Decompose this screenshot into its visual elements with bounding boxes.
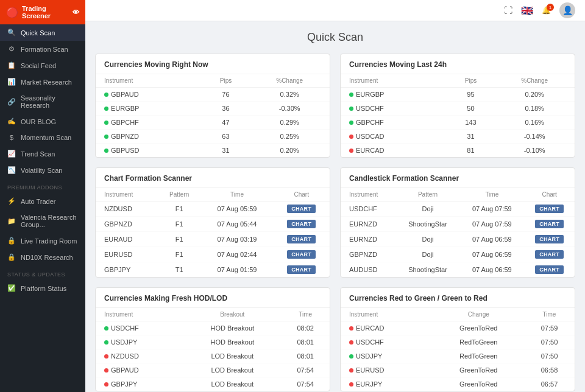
sidebar-item-live-trading[interactable]: 🔒 Live Trading Room: [0, 233, 85, 249]
sidebar-item-trend[interactable]: 📈 Trend Scan: [0, 145, 85, 162]
status-dot: [349, 135, 353, 139]
cell-breakout: LOD Breakout: [183, 363, 281, 377]
sidebar-item-market-research[interactable]: 📊 Market Research: [0, 74, 85, 90]
flag-icon[interactable]: 🇬🇧: [521, 5, 533, 16]
cell-time: 07 Aug 02:44: [201, 247, 274, 262]
cell-time: 07:50: [524, 335, 575, 349]
fullscreen-icon[interactable]: ⛶: [504, 5, 512, 15]
cell-instrument: GBPNZD: [96, 217, 158, 232]
chart-button[interactable]: CHART: [535, 205, 564, 213]
table-hod-lod: Instrument Breakout Time USDCHF HOD Brea…: [96, 308, 330, 391]
chart-button[interactable]: CHART: [287, 205, 316, 213]
cell-instrument: GBPUSD: [96, 144, 202, 158]
cell-instrument: EURNZD: [341, 232, 396, 247]
sidebar-item-valencia[interactable]: 📁 Valencia Research Group...: [0, 209, 85, 233]
sidebar-item-formation-scan[interactable]: ⚙ Formation Scan: [0, 41, 85, 57]
chart-button[interactable]: CHART: [287, 220, 316, 228]
notification-bell[interactable]: 🔔 1: [542, 6, 551, 15]
cell-time: 07 Aug 01:59: [201, 262, 274, 278]
sidebar-item-social-feed[interactable]: 📋 Social Feed: [0, 57, 85, 74]
cell-time: 07:50: [524, 349, 575, 363]
sidebar-item-nd10x[interactable]: 🔒 ND10X Research: [0, 249, 85, 265]
cell-pips: 81: [447, 144, 495, 158]
sidebar-label: Momentum Scan: [21, 134, 71, 141]
table-row: GBPCHF 143 0.16%: [341, 116, 575, 130]
chart-button[interactable]: CHART: [535, 220, 564, 228]
cell-pct: 0.20%: [494, 88, 575, 102]
table-row: GBPNZD 63 0.25%: [96, 130, 330, 144]
user-avatar[interactable]: 👤: [559, 2, 575, 18]
cell-instrument: GBPNZD: [96, 130, 202, 144]
cell-chart: CHART: [524, 247, 575, 262]
cell-change: GreenToRed: [433, 377, 524, 391]
cell-breakout: HOD Breakout: [183, 321, 281, 335]
sidebar-item-quick-scan[interactable]: 🔍 Quick Scan: [0, 24, 85, 41]
table-row: EURCAD GreenToRed 07:59: [341, 321, 575, 335]
chart-button[interactable]: CHART: [287, 250, 316, 259]
status-dot: [349, 93, 353, 97]
chart-button[interactable]: CHART: [535, 265, 564, 274]
cell-instrument: AUDUSD: [341, 262, 396, 278]
nd10x-icon: 🔒: [7, 253, 16, 261]
cell-pattern: Doji: [396, 232, 459, 247]
cell-pattern: F1: [158, 232, 201, 247]
cell-pips: 95: [447, 88, 495, 102]
eye-icon: 👁: [73, 9, 79, 16]
cell-pattern: F1: [158, 217, 201, 232]
cell-pips: 76: [202, 88, 250, 102]
cell-breakout: LOD Breakout: [183, 349, 281, 363]
sidebar-label: Social Feed: [21, 62, 56, 69]
col-instrument: Instrument: [96, 188, 158, 201]
sidebar-header: 🔴 Trading Screener 👁: [0, 0, 85, 24]
sidebar-item-seasonality[interactable]: 🔗 Seasonality Research: [0, 90, 85, 113]
cell-instrument: GBPJPY: [96, 377, 183, 391]
sidebar-item-platform-status[interactable]: ✅ Platform Status: [0, 280, 85, 296]
card-title-redgreen: Currencies Red to Green / Green to Red: [341, 288, 575, 308]
cell-time: 08:02: [281, 321, 330, 335]
status-dot: [349, 149, 353, 153]
table-row: EURGBP 36 -0.30%: [96, 102, 330, 116]
cell-instrument: USDCHF: [96, 321, 183, 335]
sidebar-label: OUR BLOG: [21, 118, 56, 125]
cell-instrument: EURCAD: [341, 144, 447, 158]
chart-button[interactable]: CHART: [287, 265, 316, 274]
sidebar-item-blog[interactable]: ✍ OUR BLOG: [0, 113, 85, 130]
cell-pattern: Doji: [396, 247, 459, 262]
cell-pips: 31: [447, 130, 495, 144]
status-dot: [349, 368, 353, 373]
cell-time: 08:01: [281, 349, 330, 363]
status-dot: [349, 121, 353, 125]
sidebar-item-momentum[interactable]: $ Momentum Scan: [0, 130, 85, 145]
cell-instrument: EURUSD: [96, 247, 158, 262]
cell-instrument: EURCAD: [341, 321, 433, 335]
chart-button[interactable]: CHART: [535, 235, 564, 243]
live-trading-icon: 🔒: [7, 237, 16, 245]
sidebar-label: Formation Scan: [21, 46, 68, 53]
formation-scan-icon: ⚙: [7, 45, 16, 53]
chart-button[interactable]: CHART: [535, 250, 564, 259]
card-chart-formation: Chart Formation Scanner Instrument Patte…: [95, 167, 330, 278]
col-instrument: Instrument: [96, 308, 183, 321]
card-currencies-now: Currencies Moving Right Now Instrument P…: [95, 54, 330, 158]
cell-chart: CHART: [273, 247, 330, 262]
notification-badge: 1: [547, 4, 554, 11]
cell-pattern: ShootingStar: [396, 217, 459, 232]
table-row: USDCAD 31 -0.14%: [341, 130, 575, 144]
cell-instrument: USDJPY: [341, 349, 433, 363]
cell-pct: 0.29%: [249, 116, 330, 130]
sidebar-label: Seasonality Research: [21, 94, 78, 109]
sidebar-label: Valencia Research Group...: [21, 214, 78, 228]
chart-button[interactable]: CHART: [287, 235, 316, 243]
auto-trader-icon: ⚡: [7, 197, 16, 205]
cell-chart: CHART: [524, 201, 575, 217]
table-row: EURCAD 81 -0.10%: [341, 144, 575, 158]
cell-pips: 63: [202, 130, 250, 144]
seasonality-icon: 🔗: [7, 98, 16, 106]
sidebar-item-volatility[interactable]: 📉 Volatility Scan: [0, 162, 85, 178]
col-instrument: Instrument: [341, 74, 447, 88]
card-hod-lod: Currencies Making Fresh HOD/LOD Instrume…: [95, 287, 330, 391]
card-title-chart: Chart Formation Scanner: [96, 168, 330, 188]
card-title-24h: Currencies Moving Last 24h: [341, 54, 575, 74]
sidebar-item-auto-trader[interactable]: ⚡ Auto Trader: [0, 193, 85, 209]
quick-scan-icon: 🔍: [7, 29, 16, 37]
